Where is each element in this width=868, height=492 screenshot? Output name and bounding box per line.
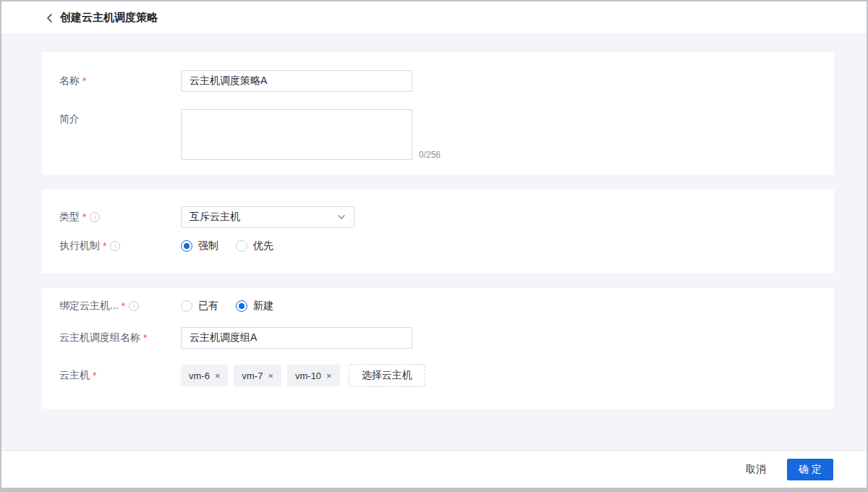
back-button[interactable] [43,12,55,24]
radio-label: 强制 [198,239,218,253]
radio-option[interactable]: 强制 [181,239,218,253]
bind-mode-radio-group: 已有新建 [181,300,273,313]
type-row: 类型 * i 互斥云主机 [59,206,817,228]
info-icon[interactable]: i [90,212,100,222]
radio-label: 优先 [253,239,273,253]
group-name-label: 云主机调度组名称 * [59,331,181,344]
select-vms-button[interactable]: 选择云主机 [349,364,425,387]
basic-info-card: 名称 * 简介 0/256 [42,52,834,175]
radio-circle-icon [181,240,192,252]
mechanism-radio-group: 强制优先 [181,239,273,253]
cancel-button[interactable]: 取消 [746,463,766,476]
form-content: 名称 * 简介 0/256 类型 * i [1,35,867,450]
name-input[interactable] [181,70,412,92]
type-select[interactable]: 互斥云主机 [181,206,354,228]
remove-tag-icon[interactable]: × [268,370,273,381]
vms-label: 云主机 * [59,369,181,382]
vm-tag: vm-10× [287,365,340,386]
info-icon[interactable]: i [110,241,120,251]
required-mark: * [122,300,125,312]
radio-option[interactable]: 已有 [181,300,218,313]
vm-tag: vm-7× [234,365,281,386]
type-card: 类型 * i 互斥云主机 执行机制 * i 强制优先 [42,190,834,273]
required-mark: * [143,332,147,344]
radio-option[interactable]: 优先 [236,239,273,253]
intro-row: 简介 0/256 [59,109,817,160]
type-label: 类型 * i [59,211,181,224]
name-label: 名称 * [59,75,181,88]
confirm-button[interactable]: 确定 [787,459,833,480]
radio-label: 已有 [198,300,218,313]
vm-tag-label: vm-10 [295,370,321,381]
group-name-row: 云主机调度组名称 * [59,327,817,349]
vms-row: 云主机 * vm-6×vm-7×vm-10× 选择云主机 [59,364,817,387]
mechanism-label: 执行机制 * i [59,239,181,253]
radio-circle-icon [181,300,192,312]
radio-circle-icon [236,240,247,252]
vm-tag-label: vm-6 [189,370,210,381]
vm-tag: vm-6× [181,365,228,386]
char-counter: 0/256 [419,150,441,160]
create-scheduling-policy-page: 创建云主机调度策略 名称 * 简介 0/256 [0,0,868,492]
intro-textarea[interactable] [181,109,412,160]
info-icon[interactable]: i [129,301,139,311]
page-header: 创建云主机调度策略 [1,1,867,35]
page-footer: 取消 确定 [1,450,867,488]
bind-mode-row: 绑定云主机... * i 已有新建 [59,300,817,313]
vm-tags: vm-6×vm-7×vm-10× 选择云主机 [181,364,425,387]
intro-label: 简介 [59,109,181,126]
remove-tag-icon[interactable]: × [326,370,332,381]
bind-mode-label: 绑定云主机... * i [59,300,181,313]
radio-option[interactable]: 新建 [236,300,273,313]
radio-circle-icon [236,300,247,312]
page-title: 创建云主机调度策略 [60,11,158,25]
vm-tag-label: vm-7 [242,370,263,381]
type-select-value: 互斥云主机 [190,211,337,224]
required-mark: * [82,211,86,223]
chevron-down-icon [337,214,346,220]
required-mark: * [103,240,106,252]
name-row: 名称 * [59,70,817,92]
remove-tag-icon[interactable]: × [215,370,221,381]
intro-field: 0/256 [181,109,441,160]
required-mark: * [82,75,86,87]
required-mark: * [93,370,96,381]
chevron-left-icon [46,13,53,23]
group-name-input[interactable] [181,327,412,349]
mechanism-row: 执行机制 * i 强制优先 [59,239,817,253]
radio-label: 新建 [253,300,273,313]
bind-group-card: 绑定云主机... * i 已有新建 云主机调度组名称 * 云主机 * [42,288,834,409]
